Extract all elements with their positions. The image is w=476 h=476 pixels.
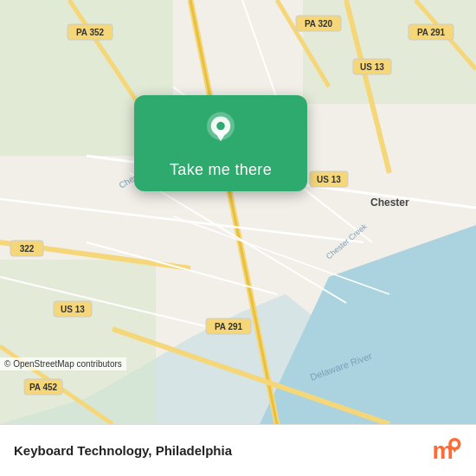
svg-point-47 — [216, 122, 225, 131]
map-attribution: © OpenStreetMap contributors — [0, 357, 126, 370]
svg-text:PA 291: PA 291 — [215, 322, 243, 331]
take-me-there-button[interactable]: Take me there — [170, 161, 272, 179]
svg-text:US 13: US 13 — [317, 175, 341, 184]
location-pin-icon — [200, 111, 241, 152]
svg-text:US 13: US 13 — [61, 305, 85, 314]
map-container: PA 352 PA 320 US 13 PA 291 US 13 322 US … — [0, 0, 476, 424]
svg-text:PA 452: PA 452 — [29, 383, 58, 392]
svg-text:322: 322 — [20, 244, 35, 254]
popup-card: Take me there — [134, 95, 307, 191]
svg-text:Chester: Chester — [370, 196, 409, 209]
moovit-icon: m — [431, 435, 462, 466]
location-info: Keyboard Technology, Philadelphia — [14, 443, 232, 458]
svg-text:PA 320: PA 320 — [305, 19, 333, 29]
svg-text:PA 352: PA 352 — [76, 28, 105, 37]
svg-point-52 — [452, 441, 458, 447]
bottom-bar: Keyboard Technology, Philadelphia m — [0, 424, 476, 476]
svg-text:PA 291: PA 291 — [417, 28, 446, 37]
location-name: Keyboard Technology, Philadelphia — [14, 443, 232, 458]
svg-text:US 13: US 13 — [360, 62, 384, 72]
moovit-logo: m — [431, 435, 462, 466]
